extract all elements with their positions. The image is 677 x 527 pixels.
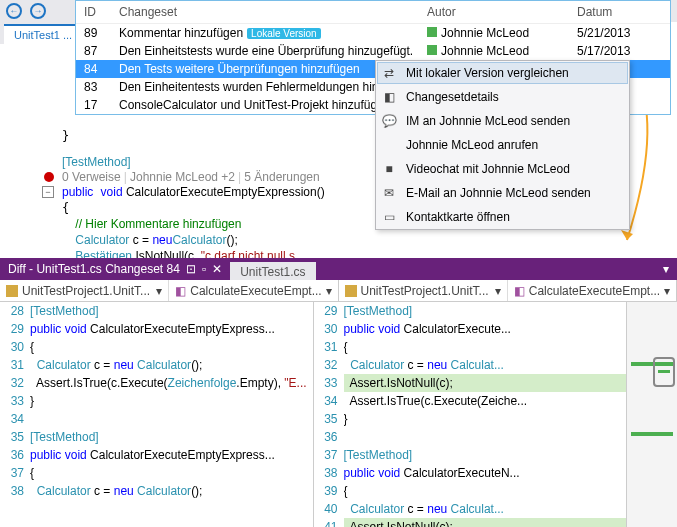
diff-tab-active[interactable]: Diff - UnitTest1.cs Changeset 84 ⊡ ▫ ✕ bbox=[0, 258, 230, 280]
diff-line: 32 Calculator c = neu Calculat... bbox=[314, 356, 627, 374]
history-row[interactable]: 87 Den Einheitstests wurde eine Überprüf… bbox=[76, 42, 670, 60]
ctx-item[interactable]: ⇄Mit lokaler Version vergleichen bbox=[376, 61, 629, 85]
diff-line: 28[TestMethod] bbox=[0, 302, 313, 320]
method-icon: ◧ bbox=[514, 284, 525, 298]
diff-line: 34 bbox=[0, 410, 313, 428]
diff-line: 33 Assert.IsNotNull(c); bbox=[314, 374, 627, 392]
minimap-viewport[interactable] bbox=[653, 357, 675, 387]
col-datum[interactable]: Datum bbox=[577, 5, 662, 19]
diff-tab-inactive[interactable]: UnitTest1.cs bbox=[230, 262, 315, 280]
tab-unittest[interactable]: UnitTest1 ... bbox=[4, 24, 82, 44]
context-menu: ⇄Mit lokaler Version vergleichen◧Changes… bbox=[375, 60, 630, 230]
crumb-right-method[interactable]: ◧CalculateExecuteEmpt...▾ bbox=[507, 280, 676, 301]
dropdown-icon[interactable]: ▾ bbox=[655, 262, 677, 276]
diff-pane-right[interactable]: 29[TestMethod]30public void CalculatorEx… bbox=[314, 302, 628, 527]
ctx-icon: ✉ bbox=[380, 184, 398, 202]
diff-line: 35[TestMethod] bbox=[0, 428, 313, 446]
breadcrumbs: UnitTestProject1.UnitT...▾ ◧CalculateExe… bbox=[0, 280, 677, 302]
col-autor[interactable]: Autor bbox=[427, 5, 577, 19]
diff-pane-left[interactable]: 28[TestMethod]29public void CalculatorEx… bbox=[0, 302, 314, 527]
nav-back[interactable]: ← bbox=[4, 2, 24, 20]
ctx-item[interactable]: ◧Changesetdetails bbox=[376, 85, 629, 109]
diff-minimap[interactable] bbox=[627, 302, 677, 527]
diff-line: 32 Assert.IsTrue(c.Execute(Zeichenfolge.… bbox=[0, 374, 313, 392]
col-id[interactable]: ID bbox=[84, 5, 119, 19]
attr-testmethod: [TestMethod] bbox=[62, 155, 131, 169]
diff-line: 31 Calculator c = neu Calculator(); bbox=[0, 356, 313, 374]
class-icon bbox=[6, 285, 18, 297]
ctx-item[interactable]: ✉E-Mail an Johnnie McLeod senden bbox=[376, 181, 629, 205]
diff-area: 28[TestMethod]29public void CalculatorEx… bbox=[0, 302, 677, 527]
diff-line: 29[TestMethod] bbox=[314, 302, 627, 320]
ctx-icon: ■ bbox=[380, 160, 398, 178]
diff-line: 29public void CalculatorExecuteEmptyExpr… bbox=[0, 320, 313, 338]
back-icon: ← bbox=[6, 3, 22, 19]
diff-line: 30{ bbox=[0, 338, 313, 356]
pin-icon[interactable]: ⊡ bbox=[186, 262, 196, 276]
class-icon bbox=[345, 285, 357, 297]
diff-title: Diff - UnitTest1.cs Changeset 84 bbox=[8, 262, 180, 276]
ctx-icon bbox=[380, 136, 398, 154]
diff-line: 36public void CalculatorExecuteEmptyExpr… bbox=[0, 446, 313, 464]
crumb-left-method[interactable]: ◧CalculateExecuteEmpt...▾ bbox=[168, 280, 337, 301]
float-icon[interactable]: ▫ bbox=[202, 262, 206, 276]
close-icon[interactable]: ✕ bbox=[212, 262, 222, 276]
diff-line: 37[TestMethod] bbox=[314, 446, 627, 464]
ctx-icon: ◧ bbox=[380, 88, 398, 106]
ctx-icon: ⇄ bbox=[380, 64, 398, 82]
diff-line: 33} bbox=[0, 392, 313, 410]
history-row[interactable]: 89 Kommentar hinzufügenLokale Version Jo… bbox=[76, 24, 670, 42]
diff-line: 38public void CalculatorExecuteN... bbox=[314, 464, 627, 482]
diff-line: 41 Assert.IsNotNull(c); bbox=[314, 518, 627, 527]
fwd-icon: → bbox=[30, 3, 46, 19]
ctx-item[interactable]: Johnnie McLeod anrufen bbox=[376, 133, 629, 157]
editor-tabs: UnitTest1 ... bbox=[0, 22, 82, 44]
nav-fwd[interactable]: → bbox=[28, 2, 48, 20]
diff-line: 40 Calculator c = neu Calculat... bbox=[314, 500, 627, 518]
col-changeset[interactable]: Changeset bbox=[119, 5, 427, 19]
ctx-item[interactable]: ■Videochat mit Johnnie McLeod bbox=[376, 157, 629, 181]
diff-line: 39{ bbox=[314, 482, 627, 500]
ctx-item[interactable]: 💬IM an Johnnie McLeod senden bbox=[376, 109, 629, 133]
diff-line: 35} bbox=[314, 410, 627, 428]
diff-line: 30public void CalculatorExecute... bbox=[314, 320, 627, 338]
breakpoint-icon[interactable] bbox=[44, 172, 54, 182]
ctx-icon: ▭ bbox=[380, 208, 398, 226]
diff-line: 38 Calculator c = neu Calculator(); bbox=[0, 482, 313, 500]
diff-line: 31{ bbox=[314, 338, 627, 356]
crumb-right-proj[interactable]: UnitTestProject1.UnitT...▾ bbox=[339, 280, 507, 301]
ctx-icon: 💬 bbox=[380, 112, 398, 130]
ctx-item[interactable]: ▭Kontaktkarte öffnen bbox=[376, 205, 629, 229]
method-icon: ◧ bbox=[175, 284, 186, 298]
diff-line: 36 bbox=[314, 428, 627, 446]
history-header: ID Changeset Autor Datum bbox=[76, 1, 670, 24]
crumb-left-proj[interactable]: UnitTestProject1.UnitT...▾ bbox=[0, 280, 168, 301]
diff-line: 37{ bbox=[0, 464, 313, 482]
collapse-icon[interactable]: − bbox=[42, 186, 54, 198]
diff-header: Diff - UnitTest1.cs Changeset 84 ⊡ ▫ ✕ U… bbox=[0, 258, 677, 280]
diff-line: 34 Assert.IsTrue(c.Execute(Zeiche... bbox=[314, 392, 627, 410]
